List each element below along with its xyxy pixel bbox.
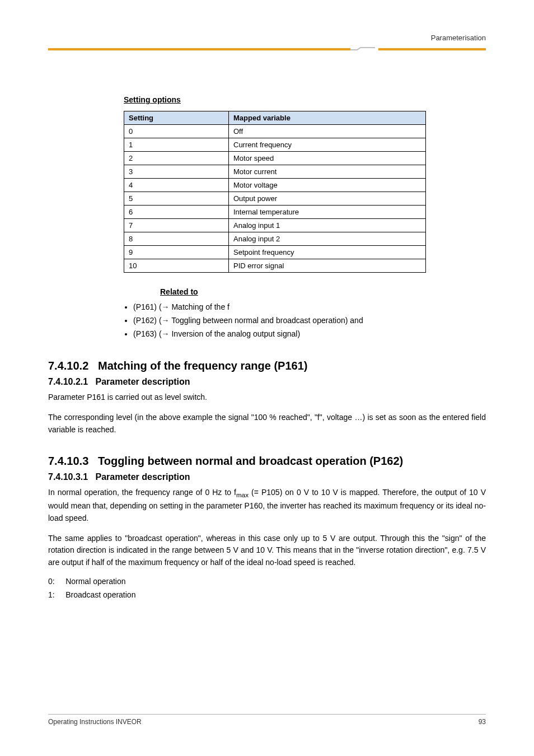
table-row: 9Setpoint frequency (124, 246, 426, 259)
cell-meaning: Motor speed (229, 152, 426, 165)
table-row: 6Internal temperature (124, 206, 426, 219)
table-row: 0Off (124, 125, 426, 138)
header-rule (48, 47, 486, 52)
cell-setting: 5 (124, 192, 229, 206)
related-list: (P161) (→ Matching of the f (P162) (→ To… (122, 301, 486, 340)
table-row: 4Motor voltage (124, 179, 426, 192)
cell-meaning: Current frequency (229, 138, 426, 152)
cell-setting: 9 (124, 246, 229, 259)
header-rule-chevron-icon (350, 47, 378, 52)
table-row: 5Output power (124, 192, 426, 206)
option-text: Broadcast operation (65, 590, 135, 599)
cell-setting: 2 (124, 152, 229, 165)
subsection-number: 7.4.10.2.1 (48, 377, 88, 386)
cell-meaning: Output power (229, 192, 426, 206)
option-line-0: 0: Normal operation (48, 577, 486, 586)
setting-options-heading: Setting options (124, 95, 486, 104)
table-row: 8Analog input 2 (124, 232, 426, 246)
table-header-variable: Mapped variable (229, 111, 426, 125)
list-item: (P163) (→ Inversion of the analog output… (133, 328, 486, 341)
cell-setting: 3 (124, 165, 229, 179)
cell-setting: 4 (124, 179, 229, 192)
page: Parameterisation Setting options Setting… (0, 0, 534, 756)
section-heading-p161: 7.4.10.2 Matching of the frequency range… (48, 360, 486, 372)
section-heading-p162: 7.4.10.3 Toggling between normal and bro… (48, 455, 486, 468)
header-rule-left (48, 48, 350, 50)
cell-setting: 8 (124, 232, 229, 246)
option-line-1: 1: Broadcast operation (48, 590, 486, 599)
cell-meaning: Internal temperature (229, 206, 426, 219)
content-body: Setting options Setting Mapped variable … (48, 78, 486, 601)
subsection-title: Parameter description (96, 472, 190, 482)
cell-meaning: PID error signal (229, 259, 426, 273)
cell-meaning: Off (229, 125, 426, 138)
paragraph: The corresponding level (in the above ex… (48, 412, 486, 436)
table-row: 1Current frequency (124, 138, 426, 152)
settings-table: Setting Mapped variable 0Off 1Current fr… (124, 111, 426, 273)
paragraph: In normal operation, the frequency range… (48, 487, 486, 524)
cell-setting: 7 (124, 219, 229, 232)
page-footer: Operating Instructions INVEOR 93 (48, 714, 486, 726)
section-title: Matching of the frequency range (P161) (98, 360, 308, 372)
table-header-setting: Setting (124, 111, 229, 125)
option-text: Normal operation (65, 577, 125, 586)
para-run: In normal operation, the frequency range… (48, 488, 236, 497)
cell-setting: 1 (124, 138, 229, 152)
table-row: 2Motor speed (124, 152, 426, 165)
subscript: max (236, 491, 249, 498)
cell-meaning: Motor voltage (229, 179, 426, 192)
cell-meaning: Motor current (229, 165, 426, 179)
list-item: (P161) (→ Matching of the f (133, 301, 486, 314)
table-row: 7Analog input 1 (124, 219, 426, 232)
cell-setting: 10 (124, 259, 229, 273)
table-header-row: Setting Mapped variable (124, 111, 426, 125)
subsection-heading-p161: 7.4.10.2.1 Parameter description (48, 377, 486, 387)
footer-doc-title: Operating Instructions INVEOR (48, 718, 142, 726)
subsection-number: 7.4.10.3.1 (48, 472, 88, 482)
subsection-heading-p162: 7.4.10.3.1 Parameter description (48, 472, 486, 482)
section-number: 7.4.10.2 (48, 360, 88, 372)
list-item: (P162) (→ Toggling between normal and br… (133, 314, 486, 328)
cell-setting: 0 (124, 125, 229, 138)
table-row: 3Motor current (124, 165, 426, 179)
subsection-title: Parameter description (96, 377, 190, 386)
cell-meaning: Analog input 2 (229, 232, 426, 246)
paragraph: Parameter P161 is carried out as level s… (48, 391, 486, 404)
table-row: 10PID error signal (124, 259, 426, 273)
cell-setting: 6 (124, 206, 229, 219)
header-rule-right (378, 48, 486, 50)
option-label: 0: (48, 577, 55, 586)
section-number: 7.4.10.3 (48, 455, 88, 467)
cell-meaning: Analog input 1 (229, 219, 426, 232)
paragraph: The same applies to "broadcast operation… (48, 533, 486, 569)
related-to-heading: Related to (160, 287, 486, 296)
option-label: 1: (48, 590, 55, 599)
header-section-label: Parameterisation (431, 34, 486, 42)
footer-page-number: 93 (479, 718, 486, 726)
section-title: Toggling between normal and broadcast op… (98, 455, 403, 467)
cell-meaning: Setpoint frequency (229, 246, 426, 259)
